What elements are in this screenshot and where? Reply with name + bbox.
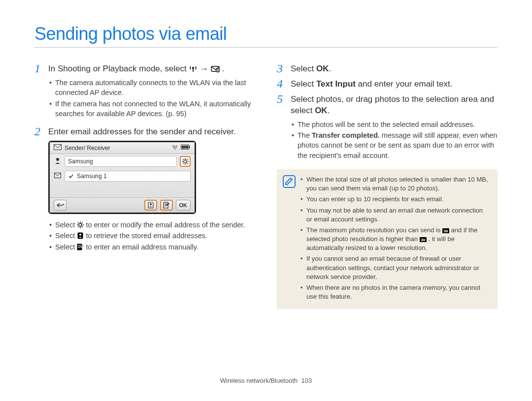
ok-label: OK xyxy=(179,202,188,208)
step-3: 3 Select OK. xyxy=(277,62,498,75)
resolution-2m-icon: 2ᴍ xyxy=(420,236,427,242)
svg-rect-11 xyxy=(186,146,188,149)
text-fragment: → xyxy=(200,64,211,73)
gear-icon xyxy=(77,221,84,227)
svg-line-35 xyxy=(82,226,83,227)
svg-line-19 xyxy=(187,163,188,164)
step-2: 2 Enter email addresses for the sender a… xyxy=(34,125,255,138)
bullet-item: Select to enter or modify the email addr… xyxy=(49,220,255,230)
lcd-addressbook-button[interactable] xyxy=(144,200,157,211)
text-fragment: Select xyxy=(55,221,77,229)
step-text: Select photos, or drag photos to the sel… xyxy=(291,93,498,117)
svg-point-24 xyxy=(150,203,152,205)
svg-text:2ᴍ: 2ᴍ xyxy=(421,238,425,242)
mail-small-icon xyxy=(54,173,62,180)
svg-line-18 xyxy=(183,159,184,160)
svg-line-37 xyxy=(78,226,79,227)
page-footer: Wireless network/Bluetooth 103 xyxy=(0,377,532,384)
step-text: In Shooting or Playback mode, select → @… xyxy=(48,62,224,75)
text-fragment: to enter an email address manually. xyxy=(86,243,199,251)
text-fragment: Select xyxy=(55,232,77,240)
signal-icon xyxy=(172,144,178,152)
mail-icon xyxy=(54,144,62,152)
step-number: 5 xyxy=(277,93,285,105)
note-item: You may not be able to send an email due… xyxy=(300,206,490,224)
svg-point-12 xyxy=(56,158,59,161)
footer-section: Wireless network/Bluetooth xyxy=(220,377,298,384)
note-item: When there are no photos in the camera m… xyxy=(300,283,490,301)
compose-icon xyxy=(77,243,84,249)
text-fragment: to enter or modify the email address of … xyxy=(86,221,245,229)
addressbook-icon xyxy=(77,232,84,238)
antenna-icon xyxy=(189,65,198,73)
check-icon xyxy=(68,173,74,179)
step-text: Select Text Input and enter your email t… xyxy=(291,78,452,90)
svg-line-34 xyxy=(78,222,79,223)
lcd-receiver-row: Samsung 1 xyxy=(50,169,195,184)
svg-rect-9 xyxy=(182,146,184,149)
text-fragment: The xyxy=(298,131,312,139)
svg-rect-41 xyxy=(78,245,81,246)
columns: 1 In Shooting or Playback mode, select →… xyxy=(34,62,498,309)
step-1-bullets: The camera automatically connects to the… xyxy=(49,78,255,119)
svg-line-20 xyxy=(187,159,188,160)
step-5: 5 Select photos, or drag photos to the s… xyxy=(277,93,498,117)
lcd-ok-button[interactable]: OK xyxy=(176,200,191,211)
step-5-bullets: The photos will be sent to the selected … xyxy=(292,120,498,160)
svg-line-21 xyxy=(183,163,184,164)
note-item: You can enter up to 10 recipients for ea… xyxy=(300,195,490,204)
text-fragment: . xyxy=(328,106,330,115)
note-box: When the total size of all photos select… xyxy=(277,169,498,309)
lcd-header-label: Sender/ Receiver xyxy=(65,145,110,152)
svg-line-36 xyxy=(82,222,83,223)
bullet-item: The photos will be sent to the selected … xyxy=(292,120,498,129)
bullet-item: The camera automatically connects to the… xyxy=(49,78,255,98)
note-item: When the total size of all photos select… xyxy=(300,175,490,193)
note-icon xyxy=(283,175,296,188)
note-list: When the total size of all photos select… xyxy=(300,175,490,303)
svg-point-29 xyxy=(79,223,82,226)
step-number: 4 xyxy=(277,78,285,90)
svg-point-13 xyxy=(184,160,187,163)
lcd-back-button[interactable] xyxy=(54,200,66,211)
svg-point-6 xyxy=(174,146,175,147)
manual-page: Sending photos via email 1 In Shooting o… xyxy=(0,0,532,309)
step-text: Select OK. xyxy=(291,62,331,75)
bold-text: OK xyxy=(316,64,329,73)
bullet-item: Select to enter an email address manuall… xyxy=(49,242,255,252)
lcd-field-value: Samsung xyxy=(68,158,93,165)
camera-lcd-screenshot: Sender/ Receiver Samsung xyxy=(48,141,196,214)
svg-rect-43 xyxy=(78,247,80,248)
step-1: 1 In Shooting or Playback mode, select →… xyxy=(34,62,255,75)
text-fragment: Select xyxy=(55,243,77,251)
step-text: Enter email addresses for the sender and… xyxy=(48,125,236,138)
text-fragment: Select xyxy=(291,79,316,89)
lcd-sender-field[interactable]: Samsung xyxy=(65,156,177,167)
step-number: 1 xyxy=(34,62,42,74)
text-fragment: The maximum photo resolution you can sen… xyxy=(306,226,442,234)
bold-text: Text Input xyxy=(316,79,356,89)
lcd-sender-row: Samsung xyxy=(50,154,195,169)
step-number: 3 xyxy=(277,62,285,74)
text-fragment: Select xyxy=(291,64,316,73)
step-number: 2 xyxy=(34,125,42,137)
bold-text: OK xyxy=(315,106,328,115)
svg-rect-5 xyxy=(54,145,62,150)
svg-rect-42 xyxy=(78,246,81,247)
note-item: The maximum photo resolution you can sen… xyxy=(300,226,490,253)
resolution-2m-icon: 2ᴍ xyxy=(442,227,449,233)
lcd-receiver-field[interactable]: Samsung 1 xyxy=(65,171,191,182)
svg-rect-1 xyxy=(193,68,194,72)
text-fragment: and enter your email text. xyxy=(356,79,453,89)
title-rule xyxy=(34,47,498,48)
battery-icon xyxy=(181,144,191,152)
lcd-footer: OK xyxy=(50,197,195,213)
lcd-gear-button[interactable] xyxy=(180,156,191,167)
page-title: Sending photos via email xyxy=(34,24,498,44)
person-icon xyxy=(54,157,62,166)
note-item: If you cannot send an email because of f… xyxy=(300,254,490,281)
bullet-item: Select to retrieve the stored email addr… xyxy=(49,231,255,241)
svg-rect-8 xyxy=(189,146,190,148)
lcd-compose-button[interactable] xyxy=(160,200,173,211)
bullet-item: If the camera has not connected to the W… xyxy=(49,99,255,119)
